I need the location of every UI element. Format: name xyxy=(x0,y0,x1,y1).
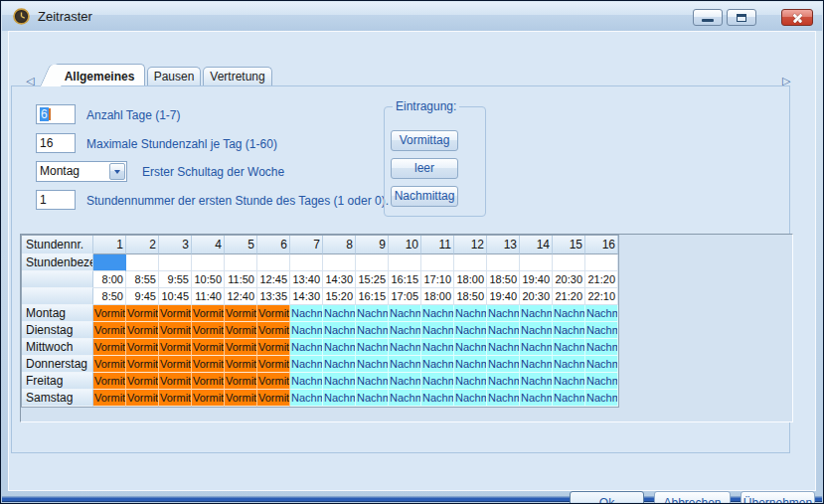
grid-end-time-cell[interactable]: 16:15 xyxy=(356,288,389,305)
grid-start-time-cell[interactable]: 20:30 xyxy=(553,271,585,288)
grid-slot-cell[interactable]: Vormittag xyxy=(159,390,192,407)
grid-slot-cell[interactable]: Vormittag xyxy=(257,322,290,339)
grid-slot-cell[interactable]: Nachmittag xyxy=(487,305,520,322)
grid-bez-cell[interactable] xyxy=(454,254,487,271)
grid-slot-cell[interactable]: Nachmittag xyxy=(487,322,520,339)
grid-slot-cell[interactable]: Vormittag xyxy=(192,305,225,322)
grid-slot-cell[interactable]: Nachmittag xyxy=(290,390,323,407)
dropdown-button[interactable] xyxy=(109,163,125,180)
grid-end-time-cell[interactable]: 18:00 xyxy=(421,288,454,305)
grid-end-time-cell[interactable]: 10:45 xyxy=(159,288,192,305)
grid-slot-cell[interactable]: Nachmittag xyxy=(487,390,520,407)
grid-slot-cell[interactable]: Nachmittag xyxy=(389,322,421,339)
grid-slot-cell[interactable]: Nachmittag xyxy=(553,305,585,322)
grid-slot-cell[interactable]: Nachmittag xyxy=(585,356,618,373)
grid-slot-cell[interactable]: Nachmittag xyxy=(323,339,356,356)
grid-bez-cell[interactable] xyxy=(520,254,553,271)
grid-slot-cell[interactable]: Vormittag xyxy=(192,390,225,407)
grid-slot-cell[interactable]: Nachmittag xyxy=(421,373,454,390)
grid-slot-cell[interactable]: Nachmittag xyxy=(421,339,454,356)
grid-bez-cell[interactable] xyxy=(290,254,323,271)
grid-slot-cell[interactable]: Vormittag xyxy=(93,339,126,356)
grid-end-time-cell[interactable]: 15:20 xyxy=(323,288,356,305)
grid-slot-cell[interactable]: Nachmittag xyxy=(356,322,389,339)
grid-slot-cell[interactable]: Vormittag xyxy=(225,339,257,356)
grid-slot-cell[interactable]: Nachmittag xyxy=(323,305,356,322)
grid-start-time-cell[interactable]: 18:50 xyxy=(487,271,520,288)
grid-start-time-cell[interactable]: 8:55 xyxy=(126,271,159,288)
grid-bez-cell[interactable] xyxy=(553,254,585,271)
grid-slot-cell[interactable]: Nachmittag xyxy=(290,339,323,356)
grid-slot-cell[interactable]: Nachmittag xyxy=(323,373,356,390)
maximize-button[interactable] xyxy=(727,9,756,26)
max-stunden-input[interactable]: 16 xyxy=(36,133,76,153)
grid-slot-cell[interactable]: Nachmittag xyxy=(356,339,389,356)
vormittag-button[interactable]: Vormittag xyxy=(391,130,458,151)
grid-slot-cell[interactable]: Vormittag xyxy=(257,339,290,356)
grid-slot-cell[interactable]: Nachmittag xyxy=(585,339,618,356)
grid-slot-cell[interactable]: Vormittag xyxy=(192,339,225,356)
grid-slot-cell[interactable]: Vormittag xyxy=(93,390,126,407)
grid-slot-cell[interactable]: Vormittag xyxy=(257,305,290,322)
grid-slot-cell[interactable]: Vormittag xyxy=(126,390,159,407)
grid-selected-cell[interactable] xyxy=(93,254,126,271)
grid-slot-cell[interactable]: Vormittag xyxy=(192,322,225,339)
grid-slot-cell[interactable]: Vormittag xyxy=(93,322,126,339)
minimize-button[interactable] xyxy=(693,9,723,26)
grid-bez-cell[interactable] xyxy=(356,254,389,271)
nachmittag-button[interactable]: Nachmittag xyxy=(391,186,458,207)
grid-slot-cell[interactable]: Vormittag xyxy=(225,322,257,339)
grid-slot-cell[interactable]: Nachmittag xyxy=(585,373,618,390)
grid-slot-cell[interactable]: Nachmittag xyxy=(487,356,520,373)
grid-slot-cell[interactable]: Nachmittag xyxy=(389,305,421,322)
stundennummer-input[interactable]: 1 xyxy=(36,190,76,210)
grid-bez-cell[interactable] xyxy=(323,254,356,271)
grid-start-time-cell[interactable]: 12:45 xyxy=(257,271,290,288)
grid-slot-cell[interactable]: Nachmittag xyxy=(520,339,553,356)
grid-end-time-cell[interactable]: 11:40 xyxy=(192,288,225,305)
grid-slot-cell[interactable]: Nachmittag xyxy=(323,322,356,339)
grid-slot-cell[interactable]: Nachmittag xyxy=(389,339,421,356)
grid-slot-cell[interactable]: Vormittag xyxy=(93,373,126,390)
grid-slot-cell[interactable]: Vormittag xyxy=(225,373,257,390)
grid-start-time-cell[interactable]: 11:50 xyxy=(225,271,257,288)
tab-allgemeines[interactable]: Allgemeines xyxy=(54,64,145,85)
grid-slot-cell[interactable]: Nachmittag xyxy=(356,356,389,373)
grid-bez-cell[interactable] xyxy=(585,254,618,271)
grid-start-time-cell[interactable]: 17:10 xyxy=(421,271,454,288)
grid-end-time-cell[interactable]: 9:45 xyxy=(126,288,159,305)
grid-slot-cell[interactable]: Nachmittag xyxy=(553,322,585,339)
grid-slot-cell[interactable]: Nachmittag xyxy=(356,390,389,407)
grid-slot-cell[interactable]: Nachmittag xyxy=(553,339,585,356)
grid-end-time-cell[interactable]: 18:50 xyxy=(454,288,487,305)
grid-slot-cell[interactable]: Nachmittag xyxy=(487,373,520,390)
leer-button[interactable]: leer xyxy=(391,158,458,179)
grid-start-time-cell[interactable]: 10:50 xyxy=(192,271,225,288)
grid-slot-cell[interactable]: Nachmittag xyxy=(421,322,454,339)
grid-end-time-cell[interactable]: 21:20 xyxy=(553,288,585,305)
grid-slot-cell[interactable]: Nachmittag xyxy=(553,373,585,390)
grid-bez-cell[interactable] xyxy=(159,254,192,271)
grid-slot-cell[interactable]: Nachmittag xyxy=(290,305,323,322)
title-bar[interactable]: Zeitraster xyxy=(2,2,822,31)
grid-start-time-cell[interactable]: 19:40 xyxy=(520,271,553,288)
grid-slot-cell[interactable]: Nachmittag xyxy=(290,322,323,339)
grid-slot-cell[interactable]: Nachmittag xyxy=(323,356,356,373)
grid-bez-cell[interactable] xyxy=(257,254,290,271)
grid-end-time-cell[interactable]: 8:50 xyxy=(93,288,126,305)
grid-slot-cell[interactable]: Nachmittag xyxy=(520,356,553,373)
grid-slot-cell[interactable]: Vormittag xyxy=(257,373,290,390)
grid-slot-cell[interactable]: Nachmittag xyxy=(520,305,553,322)
grid-bez-cell[interactable] xyxy=(487,254,520,271)
abbrechen-button[interactable]: Abbrechen xyxy=(654,491,731,504)
grid-slot-cell[interactable]: Nachmittag xyxy=(454,339,487,356)
grid-slot-cell[interactable]: Nachmittag xyxy=(454,390,487,407)
grid-start-time-cell[interactable]: 16:15 xyxy=(389,271,421,288)
grid-bez-cell[interactable] xyxy=(126,254,159,271)
grid-end-time-cell[interactable]: 12:40 xyxy=(225,288,257,305)
grid-slot-cell[interactable]: Nachmittag xyxy=(487,339,520,356)
grid-slot-cell[interactable]: Nachmittag xyxy=(290,373,323,390)
grid-slot-cell[interactable]: Vormittag xyxy=(126,305,159,322)
grid-bez-cell[interactable] xyxy=(389,254,421,271)
grid-end-time-cell[interactable]: 14:30 xyxy=(290,288,323,305)
